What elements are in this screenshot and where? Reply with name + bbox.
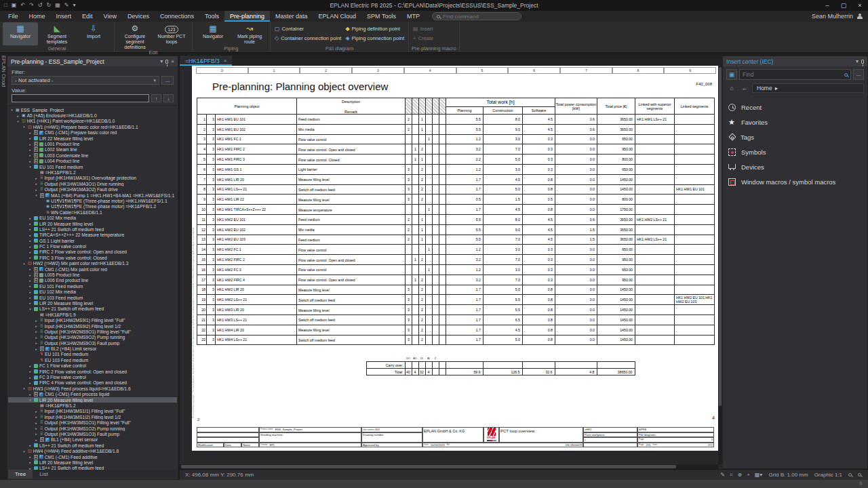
menu-tab-edit[interactable]: Edit <box>77 11 98 22</box>
insert-point-icon[interactable]: + <box>747 472 750 479</box>
collapsed-icon[interactable]: ▸ <box>28 284 33 288</box>
breadcrumb[interactable]: Home ▸ <box>752 83 864 93</box>
table-row[interactable]: 223HK1 HW4 LIR 20Measure filling level32… <box>197 325 715 335</box>
expanded-icon[interactable]: ▾ <box>28 165 33 169</box>
close-tab-icon[interactable]: × <box>224 58 227 64</box>
tree-item[interactable]: ↯EU 101 Feed medium <box>8 352 177 357</box>
collapsed-icon[interactable]: ▸ <box>34 188 39 192</box>
table-row[interactable]: 103HK1 HW1 TIRCA+S++Z+++ 22Measure tempe… <box>197 205 715 215</box>
menu-tab-devices[interactable]: Devices <box>122 11 155 22</box>
navigator-tab-tree[interactable]: Tree <box>8 470 33 479</box>
collapsed-icon[interactable]: ▸ <box>34 182 39 186</box>
tree-item[interactable]: ▸⠿Output (HK1HW3MS1O2) Pump running <box>8 426 177 431</box>
drawing-page[interactable]: 0123456789 Protected by copyright. The r… <box>192 66 720 451</box>
collapsed-icon[interactable]: ▸ <box>28 227 33 231</box>
tree-item[interactable]: ▤=HK1&PFB/1.2 <box>8 403 177 408</box>
tree-item[interactable]: ▸EL001 Product line <box>8 141 177 146</box>
expanded-icon[interactable]: ▾ <box>22 125 26 129</box>
collapsed-icon[interactable]: ▸ <box>28 245 33 249</box>
expanded-icon[interactable]: ▾ <box>28 307 33 311</box>
close-button[interactable]: × <box>852 2 868 9</box>
import-button[interactable]: ⇩Import <box>76 22 111 45</box>
expanded-icon[interactable]: ▾ <box>9 108 14 112</box>
tree-item[interactable]: ▸⠿Input (HK1HW1MA3I1) Overvoltage protec… <box>8 176 177 181</box>
zoom-in-icon[interactable] <box>858 473 861 476</box>
collapsed-icon[interactable]: ▸ <box>34 409 39 413</box>
insert-symbol-button[interactable]: ▣ <box>726 69 737 80</box>
collapsed-icon[interactable]: ▸ <box>34 176 39 180</box>
collapsed-icon[interactable]: ▸ <box>28 290 33 294</box>
tree-item[interactable]: ▾LIR 20 Measure filling level <box>8 397 177 403</box>
collapsed-icon[interactable]: ▸ <box>28 131 33 135</box>
horizontal-scrollbar-thumb[interactable] <box>181 465 676 468</box>
collapsed-icon[interactable]: ▸ <box>28 256 33 260</box>
chevron-down-icon[interactable]: ▾ <box>160 58 163 64</box>
tree-item[interactable]: ▸FIRC 4 Flow valve control: Open and clo… <box>8 380 177 386</box>
vertical-scrollbar-thumb[interactable] <box>719 67 722 406</box>
table-row[interactable]: 23HK1 HW1 EU 102Mix media215.59.04.50.63… <box>197 124 715 134</box>
tree-item[interactable]: ↯EU 103 Feed medium <box>8 357 177 363</box>
minimize-button[interactable]: – <box>819 2 835 9</box>
tree-item[interactable]: ▸⠿Input (HK1HW2MS9I1) Filling level "Ful… <box>8 317 177 323</box>
tree-item[interactable]: ▸LIR 20 Measure filling level <box>8 460 177 465</box>
menu-tab-spm-tools[interactable]: SPM Tools <box>361 11 401 22</box>
tree-item[interactable]: ▸ECM1 (-CM1) Prepare basic color red <box>8 130 177 136</box>
table-row[interactable]: 53HK1 HW1 FIRC 3Flow valve control: Clos… <box>197 155 715 165</box>
tree-item[interactable]: ▸⠿Output (HK1HW2MS9O1) Filling level "Fu… <box>8 329 177 334</box>
menu-tab-tools[interactable]: Tools <box>199 11 224 22</box>
collapsed-icon[interactable]: ▸ <box>28 301 33 305</box>
container-button[interactable]: ▢Container <box>273 25 342 33</box>
tree-item[interactable]: ▾◫HW3 (=HW3) Feed process liquid=HK1&EDB… <box>8 386 177 391</box>
collapsed-icon[interactable]: ▸ <box>34 421 39 425</box>
expanded-icon[interactable]: ▾ <box>22 262 26 266</box>
collapsed-icon[interactable]: ▸ <box>34 324 39 328</box>
collapsed-icon[interactable]: ▸ <box>34 329 39 333</box>
tree-item[interactable]: ▸EL006 End product line <box>8 278 177 283</box>
value-input[interactable] <box>12 94 149 102</box>
tree-item[interactable]: ▸ECM1 (-CM1) Feed additive <box>8 454 177 460</box>
navigator-button[interactable]: ▦Navigator <box>3 22 38 45</box>
insert-center-search[interactable] <box>739 69 851 80</box>
tree-item[interactable]: ▸⠿Output (HK1HW3MS1O3) Fault pump <box>8 431 177 436</box>
tree-item[interactable]: ▸GS 1 Light barrier <box>8 238 177 243</box>
insert-item-symbols[interactable]: Symbols <box>728 144 862 159</box>
tree-item[interactable]: ▸⠿Input (HK1HW3MS1I1) Filling level "Ful… <box>8 409 177 414</box>
tree-item[interactable]: ▸⠿Output (HK1HW2MS9O2) Pump running <box>8 335 177 340</box>
collapsed-icon[interactable]: ▸ <box>34 336 39 340</box>
tree-item[interactable]: ▸LIR 22 Measure filling level <box>8 136 177 141</box>
user-area[interactable]: Sean Mulherrin <box>812 11 868 22</box>
create-button[interactable]: +Create <box>412 35 435 42</box>
tree-item[interactable]: ◉U1¶V1¶W1¶PE (Three-phase motor) =HK1&PF… <box>8 204 177 209</box>
tree-item[interactable]: ▸ECM1 (-CM1) Mix paint color red <box>8 266 177 272</box>
document-tab[interactable]: =HK1&PFB/3 × <box>180 56 232 66</box>
table-row[interactable]: 33HK1 HW1 FC 1Flow valve control11.23.00… <box>197 134 715 144</box>
eplan-cloud-dock-tab[interactable]: EPLAN Cloud <box>1 53 7 87</box>
tree-item[interactable]: ▤=HK1&PFB/1.9 <box>8 312 177 317</box>
tree-item[interactable]: ▾LS++ 21 Switch off medium feed <box>8 306 177 312</box>
menu-tab-file[interactable]: File <box>3 11 24 22</box>
table-row[interactable]: 63HK1 HW1 GS 1Light barrier321.23.00.30.… <box>197 164 715 174</box>
collapsed-icon[interactable]: ▸ <box>28 279 33 283</box>
collapsed-icon[interactable]: ▸ <box>16 114 20 118</box>
table-row[interactable]: 203HK1 HW3 LIR 20Measure filling level32… <box>197 305 715 315</box>
collapsed-icon[interactable]: ▸ <box>28 455 33 459</box>
tree-item[interactable]: ▸⠿Output (HK1HW3MS1O1) Filling level "Fu… <box>8 420 177 425</box>
tree-item[interactable]: ▸⠿Output (HK1HW1MA3O2) Fault drive <box>8 186 177 192</box>
collapsed-icon[interactable]: ▸ <box>28 153 33 157</box>
tree-item[interactable]: ▸FC 3 Flow valve control <box>8 374 177 380</box>
tree-item[interactable]: ▸FC 1 Flow valve control <box>8 363 177 369</box>
object-snap-icon[interactable]: ⊕ <box>737 472 742 479</box>
insert-item-tags[interactable]: Tags <box>728 129 862 144</box>
expanded-icon[interactable]: ▾ <box>34 193 39 197</box>
menu-tab-home[interactable]: Home <box>24 11 51 22</box>
menu-tab-view[interactable]: View <box>98 11 122 22</box>
table-row[interactable]: 73HK1 HW1 LIR 20Measure filling level321… <box>197 174 715 184</box>
find-command-input[interactable] <box>443 14 517 20</box>
chevron-down-icon[interactable]: ▾ <box>856 58 859 64</box>
table-row[interactable]: 163HK1 HW2 FC 3Flow valve control11.23.0… <box>197 264 715 274</box>
collapsed-icon[interactable]: ▸ <box>34 415 39 419</box>
menu-tab-connections[interactable]: Connections <box>155 11 199 22</box>
tree-item[interactable]: ▸⠿Output (HK1HW1MA3O1) Drive running <box>8 181 177 186</box>
tree-item[interactable]: ▸EU 101 Feed medium <box>8 283 177 289</box>
table-row[interactable]: 113HK1 HW2 EU 101Feed medium215.58.04.50… <box>197 214 715 224</box>
